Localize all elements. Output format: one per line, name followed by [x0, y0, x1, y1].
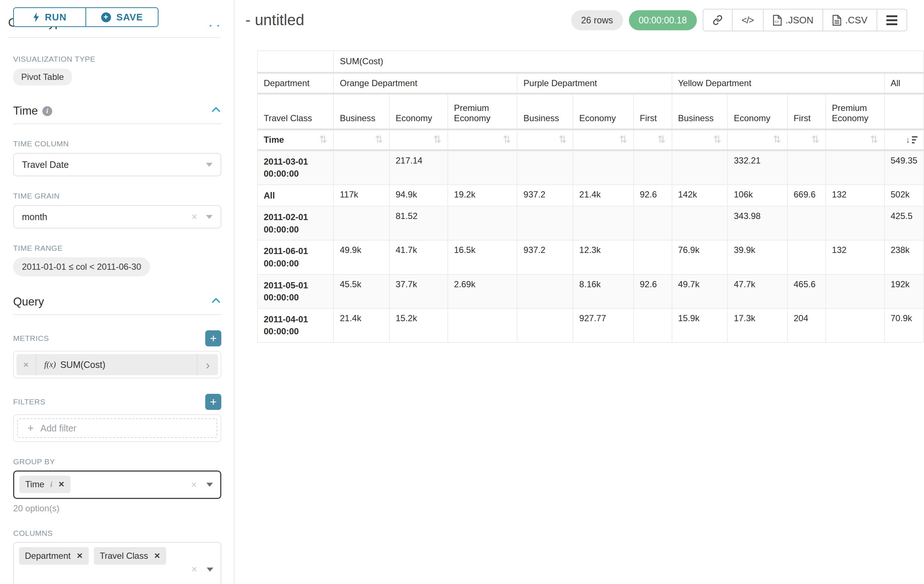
add-metric-button[interactable]: + [205, 330, 221, 346]
time-column-select[interactable]: Travel Date [13, 153, 221, 176]
pivot-cell: 549.35 [884, 150, 924, 185]
remove-metric-icon[interactable]: × [16, 354, 36, 375]
sort-icon: ⇅ [870, 135, 878, 145]
pivot-cell: 332.21 [728, 150, 787, 185]
pivot-col-header: Business [333, 94, 389, 129]
table-row: All117k94.9k19.2k937.221.4k92.6142k106k6… [257, 185, 924, 207]
pivot-cell: 16.5k [448, 240, 517, 274]
export-json-button[interactable]: <> .JSON [763, 10, 823, 31]
pivot-sort-header[interactable]: ⇅ [672, 129, 728, 150]
expand-metric-icon[interactable]: › [197, 354, 218, 375]
export-csv-button[interactable]: .CSV [822, 10, 876, 31]
clear-icon[interactable]: × [191, 564, 197, 575]
add-filter-button[interactable]: + [205, 394, 221, 410]
csv-file-icon [832, 15, 842, 26]
pivot-sort-header[interactable]: ⇅ [517, 129, 573, 150]
pivot-cell: 8.16k [573, 275, 634, 308]
add-filter-dropzone[interactable]: + Add filter [17, 418, 217, 438]
pivot-sort-header[interactable]: ⇅ [389, 129, 448, 150]
sort-icon: ⇅ [713, 135, 722, 145]
clear-icon[interactable]: × [191, 211, 197, 223]
pivot-sort-header[interactable]: ⇅ [826, 129, 884, 150]
pivot-sort-header[interactable]: ⇅ [634, 129, 672, 150]
pivot-cell: 15.2k [389, 308, 448, 342]
pivot-cell: 12.3k [573, 240, 634, 274]
time-column-value: Travel Date [22, 160, 69, 170]
group-by-select[interactable]: Time i ✕ × [13, 470, 221, 499]
pivot-cell: 76.9k [672, 240, 728, 274]
metric-pill[interactable]: × f(x) SUM(Cost) › [16, 354, 218, 375]
json-file-icon: <> [773, 15, 782, 26]
pivot-sort-header[interactable]: ⇅ [333, 129, 389, 150]
pivot-cell: 37.7k [389, 275, 448, 308]
pivot-sort-header[interactable]: ⇅ [448, 129, 517, 150]
remove-chip-icon[interactable]: ✕ [76, 551, 83, 560]
pivot-cell [672, 150, 728, 185]
filters-control: + Add filter [13, 414, 221, 442]
remove-chip-icon[interactable]: ✕ [154, 551, 160, 560]
time-grain-value: month [22, 212, 47, 222]
pivot-cell [826, 275, 884, 308]
share-link-button[interactable] [703, 10, 732, 31]
menu-button[interactable] [876, 10, 906, 31]
view-query-button[interactable]: </> [732, 10, 763, 31]
pivot-corner-cell [257, 51, 333, 72]
column-chip[interactable]: Department✕ [19, 547, 89, 565]
pivot-cell [787, 206, 826, 240]
pivot-sort-header[interactable]: ⇅ [728, 129, 787, 150]
pivot-row-label: 2011-06-01 00:00:00 [257, 240, 333, 274]
chevron-up-icon[interactable] [211, 298, 220, 306]
pivot-cell: 238k [884, 240, 924, 274]
pivot-row-label: 2011-02-01 00:00:00 [257, 206, 333, 240]
pivot-col-dimension-label: Department [257, 72, 333, 94]
pivot-group-header: Orange Department [333, 72, 517, 94]
chevron-up-icon[interactable] [211, 107, 220, 115]
chart-title[interactable]: - untitled [246, 12, 304, 29]
csv-button-label: .CSV [845, 15, 867, 26]
columns-select[interactable]: Department✕Travel Class✕ × [13, 542, 221, 584]
pivot-time-label: Time [264, 135, 284, 145]
pivot-cell [333, 150, 389, 185]
pivot-cell [826, 206, 884, 240]
sort-icon: ⇅ [319, 135, 328, 145]
remove-chip-icon[interactable]: ✕ [58, 480, 64, 489]
pivot-col-header: Economy [573, 94, 634, 129]
pivot-cell: 425.5 [884, 206, 924, 240]
menu-icon [886, 15, 898, 25]
save-button[interactable]: + SAVE [86, 8, 158, 26]
viz-type-label: VISUALIZATION TYPE [13, 55, 221, 64]
viz-type-chip[interactable]: Pivot Table [13, 69, 72, 86]
pivot-row-label: 2011-03-01 00:00:00 [257, 150, 333, 185]
clear-icon[interactable]: × [191, 479, 197, 490]
pivot-cell [634, 240, 672, 274]
query-section: Query METRICS + × f(x) SUM(Cost) › FILTE… [0, 295, 234, 584]
pivot-cell: 465.6 [787, 275, 826, 308]
column-chip[interactable]: Travel Class✕ [94, 547, 166, 565]
run-save-button-group: RUN + SAVE [13, 7, 158, 27]
run-button[interactable]: RUN [14, 8, 86, 26]
pivot-cell: 117k [333, 185, 389, 207]
plus-circle-icon: + [101, 12, 111, 22]
time-grain-select[interactable]: month × [13, 205, 221, 229]
panel-resize-handle-dots[interactable] [210, 25, 219, 26]
pivot-cell: 669.6 [787, 185, 826, 207]
pivot-cell [787, 150, 826, 185]
pivot-row-label: 2011-04-01 00:00:00 [257, 308, 333, 342]
pivot-sort-header[interactable]: Time⇅ [257, 129, 333, 150]
sort-icon: ⇅ [619, 135, 627, 145]
pivot-table: SUM(Cost)DepartmentOrange DepartmentPurp… [257, 50, 924, 343]
pivot-sort-header[interactable]: ⇅ [787, 129, 826, 150]
pivot-cell: 70.9k [884, 308, 924, 342]
add-filter-label: Add filter [41, 423, 77, 434]
pivot-cell [634, 206, 672, 240]
pivot-sort-header[interactable]: ↓ [884, 129, 924, 150]
control-panel: Chart Type RUN + SAVE VISUALIZATION TYPE… [0, 0, 234, 584]
time-range-pill[interactable]: 2011-01-01 ≤ col < 2011-06-30 [13, 257, 150, 276]
pivot-cell: 2.69k [448, 275, 517, 308]
link-icon [713, 15, 723, 25]
pivot-cell [826, 150, 884, 185]
pivot-cell: 19.2k [448, 185, 517, 207]
pivot-sort-header[interactable]: ⇅ [573, 129, 634, 150]
pivot-cell: 217.14 [389, 150, 448, 185]
group-by-chip[interactable]: Time i ✕ [19, 475, 71, 493]
